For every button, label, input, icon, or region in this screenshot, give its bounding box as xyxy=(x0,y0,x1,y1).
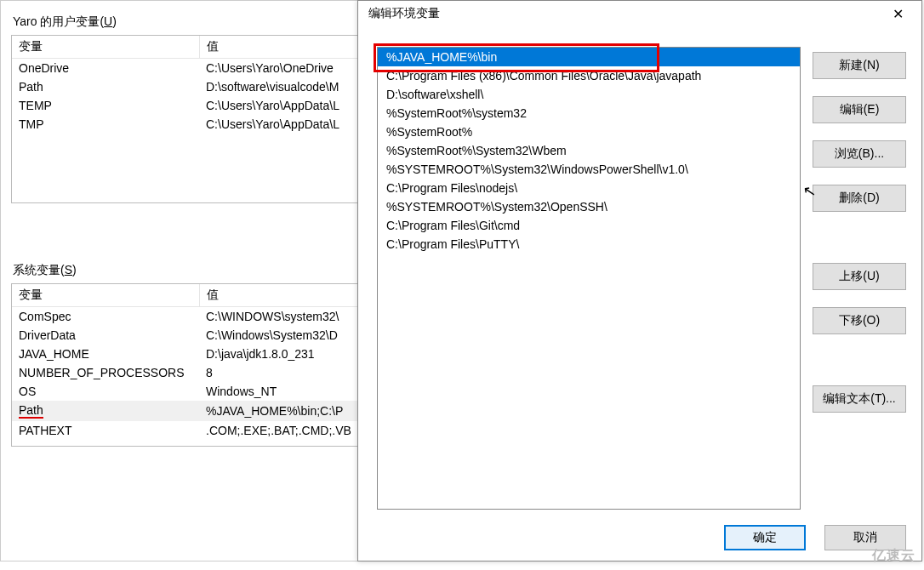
var-name: TEMP xyxy=(12,96,199,115)
col-header-var[interactable]: 变量 xyxy=(12,284,199,307)
var-name: NUMBER_OF_PROCESSORS xyxy=(12,363,199,382)
move-down-button[interactable]: 下移(O) xyxy=(813,307,906,334)
var-name: Path xyxy=(12,77,199,96)
edit-button[interactable]: 编辑(E) xyxy=(813,96,906,123)
dialog-title: 编辑环境变量 xyxy=(368,6,440,21)
edit-text-button[interactable]: 编辑文本(T)... xyxy=(813,385,906,413)
edit-env-var-dialog: 编辑环境变量 ✕ %JAVA_HOME%\binC:\Program Files… xyxy=(357,0,922,561)
list-item[interactable]: %JAVA_HOME%\bin xyxy=(378,48,800,66)
accelerator: U xyxy=(104,14,112,28)
var-name: DriverData xyxy=(12,326,199,345)
accelerator: S xyxy=(65,263,72,276)
var-name: PATHEXT xyxy=(12,421,199,440)
var-name: Path xyxy=(12,401,199,421)
list-item[interactable]: C:\Program Files (x86)\Common Files\Orac… xyxy=(378,66,800,85)
var-name: OS xyxy=(12,382,199,401)
list-item[interactable]: C:\Program Files\PuTTY\ xyxy=(378,235,800,254)
var-name: JAVA_HOME xyxy=(12,345,199,363)
label-text: Yaro 的用户变量( xyxy=(13,14,104,28)
watermark: 亿速云 xyxy=(872,547,915,565)
close-icon[interactable]: ✕ xyxy=(881,6,915,22)
path-entries-listbox[interactable]: %JAVA_HOME%\binC:\Program Files (x86)\Co… xyxy=(377,47,801,510)
titlebar: 编辑环境变量 ✕ xyxy=(358,1,921,26)
new-button[interactable]: 新建(N) xyxy=(813,52,906,79)
list-item[interactable]: C:\Program Files\Git\cmd xyxy=(378,216,800,235)
label-text: ) xyxy=(72,263,77,276)
var-name: TMP xyxy=(12,115,199,134)
var-name: OneDrive xyxy=(12,59,199,78)
col-header-var[interactable]: 变量 xyxy=(12,36,199,59)
label-text: 系统变量( xyxy=(13,263,65,276)
list-item[interactable]: %SystemRoot% xyxy=(378,123,800,141)
ok-button[interactable]: 确定 xyxy=(724,525,806,550)
label-text: ) xyxy=(112,14,117,28)
list-item[interactable]: %SYSTEMROOT%\System32\WindowsPowerShell\… xyxy=(378,160,800,179)
side-buttons: 新建(N) 编辑(E) 浏览(B)... 删除(D) 上移(U) 下移(O) 编… xyxy=(813,52,906,413)
delete-button[interactable]: 删除(D) xyxy=(813,185,906,212)
list-item[interactable]: C:\Program Files\nodejs\ xyxy=(378,179,800,197)
var-name: ComSpec xyxy=(12,307,199,327)
list-item[interactable]: D:\software\xshell\ xyxy=(378,85,800,104)
list-item[interactable]: %SystemRoot%\system32 xyxy=(378,104,800,123)
browse-button[interactable]: 浏览(B)... xyxy=(813,140,906,168)
move-up-button[interactable]: 上移(U) xyxy=(813,263,906,290)
list-item[interactable]: %SYSTEMROOT%\System32\OpenSSH\ xyxy=(378,197,800,216)
list-item[interactable]: %SystemRoot%\System32\Wbem xyxy=(378,141,800,160)
